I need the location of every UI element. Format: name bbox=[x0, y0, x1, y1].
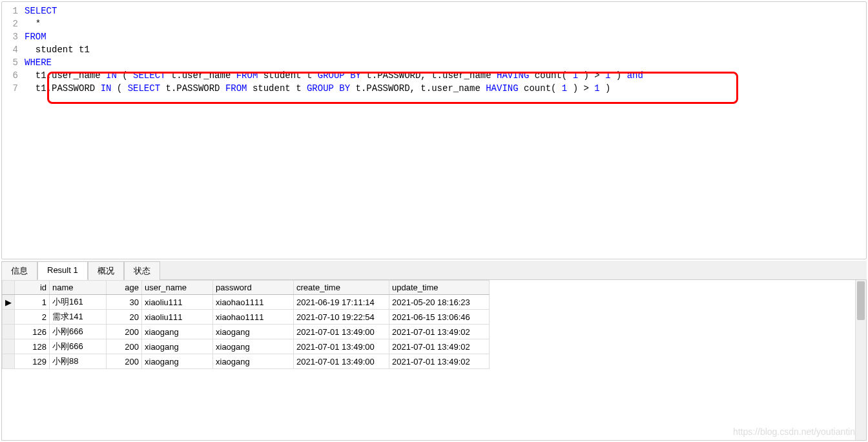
editor-lines: 1SELECT2 *3FROM4 student t15WHERE6 t1.us… bbox=[2, 2, 866, 97]
cell-create_time[interactable]: 2021-07-01 13:49:00 bbox=[294, 325, 389, 339]
result-panel: idnameageuser_namepasswordcreate_timeupd… bbox=[1, 280, 867, 441]
line-number: 5 bbox=[2, 56, 25, 69]
cell-id[interactable]: 1 bbox=[15, 295, 50, 310]
code-content[interactable]: t1.PASSWORD IN ( SELECT t.PASSWORD FROM … bbox=[25, 82, 866, 95]
cell-password[interactable]: xiaogang bbox=[213, 339, 294, 354]
cell-id[interactable]: 128 bbox=[15, 339, 50, 354]
cell-name[interactable]: 小明161 bbox=[50, 295, 107, 310]
row-marker bbox=[3, 325, 15, 339]
line-number: 3 bbox=[2, 30, 25, 43]
cell-create_time[interactable]: 2021-07-01 13:49:00 bbox=[294, 339, 389, 354]
cell-password[interactable]: xiaogang bbox=[213, 325, 294, 339]
code-line[interactable]: 2 * bbox=[2, 17, 866, 30]
table-row[interactable]: ▶1小明16130xiaoliu111xiaohao11112021-06-19… bbox=[3, 295, 490, 310]
result-header-row: idnameageuser_namepasswordcreate_timeupd… bbox=[3, 281, 490, 295]
column-header-update_time[interactable]: update_time bbox=[389, 281, 490, 295]
tab-result-1[interactable]: Result 1 bbox=[37, 261, 88, 280]
code-content[interactable]: SELECT bbox=[25, 5, 866, 17]
table-row[interactable]: 2需求14120xiaoliu111xiaohao11112021-07-10 … bbox=[3, 310, 490, 325]
cell-user_name[interactable]: xiaoliu111 bbox=[142, 310, 213, 325]
cell-id[interactable]: 126 bbox=[15, 325, 50, 339]
column-header-name[interactable]: name bbox=[50, 281, 107, 295]
table-row[interactable]: 128小刚666200xiaogangxiaogang2021-07-01 13… bbox=[3, 339, 490, 354]
column-header-password[interactable]: password bbox=[213, 281, 294, 295]
cell-password[interactable]: xiaogang bbox=[213, 354, 294, 369]
cell-create_time[interactable]: 2021-07-10 19:22:54 bbox=[294, 310, 389, 325]
code-content[interactable]: * bbox=[25, 17, 866, 30]
cell-user_name[interactable]: xiaogang bbox=[142, 325, 213, 339]
cell-update_time[interactable]: 2021-07-01 13:49:02 bbox=[389, 325, 490, 339]
code-line[interactable]: 1SELECT bbox=[2, 5, 866, 17]
tab-信息[interactable]: 信息 bbox=[1, 261, 37, 280]
row-marker bbox=[3, 354, 15, 369]
code-content[interactable]: FROM bbox=[25, 30, 866, 43]
code-line[interactable]: 3FROM bbox=[2, 30, 866, 43]
cell-name[interactable]: 需求141 bbox=[50, 310, 107, 325]
code-line[interactable]: 7 t1.PASSWORD IN ( SELECT t.PASSWORD FRO… bbox=[2, 82, 866, 95]
cell-update_time[interactable]: 2021-05-20 18:16:23 bbox=[389, 295, 490, 310]
cell-update_time[interactable]: 2021-07-01 13:49:02 bbox=[389, 354, 490, 369]
row-marker bbox=[3, 339, 15, 354]
cell-user_name[interactable]: xiaogang bbox=[142, 354, 213, 369]
row-marker bbox=[3, 310, 15, 325]
code-line[interactable]: 5WHERE bbox=[2, 56, 866, 69]
row-marker: ▶ bbox=[3, 295, 15, 310]
cell-user_name[interactable]: xiaoliu111 bbox=[142, 295, 213, 310]
cell-create_time[interactable]: 2021-07-01 13:49:00 bbox=[294, 354, 389, 369]
tab-概况[interactable]: 概况 bbox=[88, 261, 124, 280]
table-row[interactable]: 129小刚88200xiaogangxiaogang2021-07-01 13:… bbox=[3, 354, 490, 369]
code-line[interactable]: 4 student t1 bbox=[2, 43, 866, 56]
line-number: 2 bbox=[2, 17, 25, 30]
result-body: ▶1小明16130xiaoliu111xiaohao11112021-06-19… bbox=[3, 295, 490, 369]
cell-id[interactable]: 129 bbox=[15, 354, 50, 369]
code-content[interactable]: student t1 bbox=[25, 43, 866, 56]
row-marker-header bbox=[3, 281, 15, 295]
cell-name[interactable]: 小刚88 bbox=[50, 354, 107, 369]
cell-password[interactable]: xiaohao1111 bbox=[213, 310, 294, 325]
cell-update_time[interactable]: 2021-07-01 13:49:02 bbox=[389, 339, 490, 354]
cell-password[interactable]: xiaohao1111 bbox=[213, 295, 294, 310]
result-table: idnameageuser_namepasswordcreate_timeupd… bbox=[2, 280, 490, 369]
cell-user_name[interactable]: xiaogang bbox=[142, 339, 213, 354]
line-number: 7 bbox=[2, 82, 25, 95]
column-header-user_name[interactable]: user_name bbox=[142, 281, 213, 295]
line-number: 6 bbox=[2, 69, 25, 82]
column-header-age[interactable]: age bbox=[107, 281, 142, 295]
code-content[interactable]: t1.user_name IN ( SELECT t.user_name FRO… bbox=[25, 69, 866, 82]
code-line[interactable]: 6 t1.user_name IN ( SELECT t.user_name F… bbox=[2, 69, 866, 82]
cell-id[interactable]: 2 bbox=[15, 310, 50, 325]
cell-name[interactable]: 小刚666 bbox=[50, 339, 107, 354]
app-container: 1SELECT2 *3FROM4 student t15WHERE6 t1.us… bbox=[0, 0, 868, 442]
line-number: 1 bbox=[2, 5, 25, 17]
cell-update_time[interactable]: 2021-06-15 13:06:46 bbox=[389, 310, 490, 325]
cell-age[interactable]: 30 bbox=[107, 295, 142, 310]
vertical-scrollbar[interactable] bbox=[855, 280, 866, 440]
tab-状态[interactable]: 状态 bbox=[124, 261, 160, 280]
column-header-create_time[interactable]: create_time bbox=[294, 281, 389, 295]
table-row[interactable]: 126小刚666200xiaogangxiaogang2021-07-01 13… bbox=[3, 325, 490, 339]
sql-editor[interactable]: 1SELECT2 *3FROM4 student t15WHERE6 t1.us… bbox=[1, 1, 867, 259]
cell-create_time[interactable]: 2021-06-19 17:11:14 bbox=[294, 295, 389, 310]
column-header-id[interactable]: id bbox=[15, 281, 50, 295]
cell-age[interactable]: 200 bbox=[107, 354, 142, 369]
cell-age[interactable]: 20 bbox=[107, 310, 142, 325]
cell-age[interactable]: 200 bbox=[107, 325, 142, 339]
scrollbar-thumb[interactable] bbox=[857, 281, 865, 320]
result-tabs: 信息Result 1概况状态 bbox=[1, 261, 867, 280]
cell-age[interactable]: 200 bbox=[107, 339, 142, 354]
cell-name[interactable]: 小刚666 bbox=[50, 325, 107, 339]
line-number: 4 bbox=[2, 43, 25, 56]
code-content[interactable]: WHERE bbox=[25, 56, 866, 69]
